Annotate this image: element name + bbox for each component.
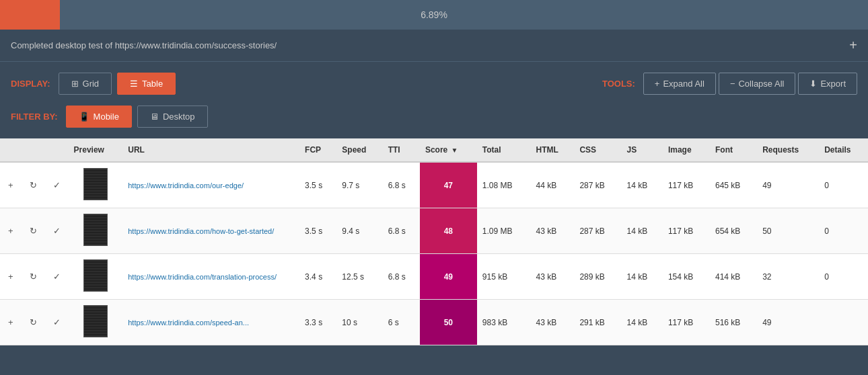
preview-thumbnail [83,168,108,200]
preview-cell [69,254,123,300]
table-row: + ↻ ✓ https://www.tridindia.com/our-edge… [0,162,868,208]
grid-label: Grid [83,79,100,89]
completed-bar-text: Completed desktop test of https://www.tr… [11,40,277,50]
th-details: Details [819,138,868,162]
js-cell: 14 kB [622,208,663,254]
action-add: + [0,254,22,300]
collapse-all-icon: − [730,79,735,89]
progress-bar-text: 6.89% [0,9,868,20]
refresh-button[interactable]: ↻ [27,179,40,192]
table-icon: ☰ [130,79,138,89]
add-button[interactable]: + [5,179,16,192]
action-check: ✓ [45,300,69,345]
fcp-cell: 3.5 s [299,208,336,254]
desktop-label: Desktop [163,112,195,122]
url-cell: https://www.tridindia.com/how-to-get-sta… [122,208,299,254]
action-refresh: ↻ [22,162,45,208]
table-wrapper: Preview URL FCP Speed TTI Score ▼ Total … [0,138,868,345]
expand-all-icon: + [655,79,660,89]
url-cell: https://www.tridindia.com/speed-an... [122,300,299,345]
tools-group: TOOLS: + Expand All − Collapse All ⬇ Exp… [602,73,857,95]
th-actions-2 [22,138,45,162]
th-preview: Preview [69,138,123,162]
th-css: CSS [574,138,621,162]
completed-bar-plus-button[interactable]: + [849,38,857,53]
url-cell: https://www.tridindia.com/our-edge/ [122,162,299,208]
completed-bar: Completed desktop test of https://www.tr… [0,30,868,62]
speed-cell: 9.4 s [336,208,382,254]
font-cell: 516 kB [710,300,757,345]
check-button[interactable]: ✓ [50,179,63,192]
refresh-button[interactable]: ↻ [27,270,40,283]
desktop-filter-button[interactable]: 🖥 Desktop [137,106,208,128]
tti-cell: 6.8 s [383,162,420,208]
check-button[interactable]: ✓ [50,316,63,329]
refresh-button[interactable]: ↻ [27,224,40,237]
preview-thumbnail [83,214,108,246]
speed-cell: 12.5 s [336,254,382,300]
table-label: Table [142,79,163,89]
th-font: Font [710,138,757,162]
total-cell: 1.09 MB [477,208,531,254]
add-button[interactable]: + [5,224,16,237]
th-html: HTML [531,138,575,162]
collapse-all-button[interactable]: − Collapse All [719,73,796,95]
display-group: DISPLAY: ⊞ Grid ☰ Table [11,73,176,95]
url-link[interactable]: https://www.tridindia.com/how-to-get-sta… [128,227,274,235]
add-button[interactable]: + [5,270,16,283]
expand-all-button[interactable]: + Expand All [643,73,716,95]
css-cell: 287 kB [574,162,621,208]
requests-cell: 49 [757,300,819,345]
action-refresh: ↻ [22,254,45,300]
th-url: URL [122,138,299,162]
th-speed: Speed [336,138,382,162]
th-fcp: FCP [299,138,336,162]
add-button[interactable]: + [5,316,16,329]
css-cell: 289 kB [574,254,621,300]
check-button[interactable]: ✓ [50,270,63,283]
js-cell: 14 kB [622,254,663,300]
total-cell: 915 kB [477,254,531,300]
collapse-all-label: Collapse All [738,79,784,89]
fcp-cell: 3.4 s [299,254,336,300]
grid-icon: ⊞ [71,79,79,89]
html-cell: 43 kB [531,254,575,300]
requests-cell: 49 [757,162,819,208]
export-button[interactable]: ⬇ Export [798,73,857,95]
export-label: Export [820,79,846,89]
action-refresh: ↻ [22,208,45,254]
details-cell [819,300,868,345]
th-actions-3 [45,138,69,162]
table-button[interactable]: ☰ Table [117,73,176,95]
font-cell: 654 kB [710,208,757,254]
th-score[interactable]: Score ▼ [420,138,477,162]
preview-cell [69,208,123,254]
url-link[interactable]: https://www.tridindia.com/our-edge/ [128,181,244,190]
display-label: DISPLAY: [11,79,50,89]
filter-row: FILTER BY: 📱 Mobile 🖥 Desktop [0,100,868,138]
th-requests: Requests [757,138,819,162]
css-cell: 287 kB [574,208,621,254]
html-cell: 43 kB [531,208,575,254]
th-total: Total [477,138,531,162]
export-icon: ⬇ [809,79,817,89]
score-cell: 49 [420,254,477,300]
expand-all-label: Expand All [663,79,704,89]
table-row: + ↻ ✓ https://www.tridindia.com/how-to-g… [0,208,868,254]
check-button[interactable]: ✓ [50,224,63,237]
preview-cell [69,300,123,345]
grid-button[interactable]: ⊞ Grid [59,73,112,95]
font-cell: 414 kB [710,254,757,300]
toolbar-row: DISPLAY: ⊞ Grid ☰ Table TOOLS: + Expand … [0,62,868,100]
url-link[interactable]: https://www.tridindia.com/translation-pr… [128,273,277,281]
mobile-filter-button[interactable]: 📱 Mobile [66,106,132,128]
refresh-button[interactable]: ↻ [27,316,40,329]
speed-cell: 9.7 s [336,162,382,208]
tti-cell: 6 s [383,300,420,345]
table-row: + ↻ ✓ https://www.tridindia.com/speed-an… [0,300,868,345]
details-cell: 0 [819,208,868,254]
action-check: ✓ [45,254,69,300]
url-link[interactable]: https://www.tridindia.com/speed-an... [128,319,249,327]
image-cell: 117 kB [663,300,710,345]
action-refresh: ↻ [22,300,45,345]
